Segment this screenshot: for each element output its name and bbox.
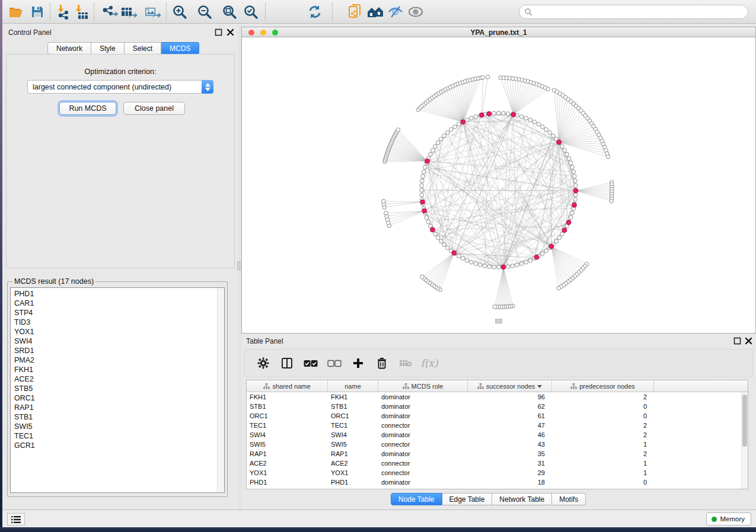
tab-motifs[interactable]: Motifs <box>552 493 586 505</box>
close-table-panel-icon[interactable] <box>745 336 752 344</box>
close-panel-icon[interactable] <box>227 28 234 36</box>
select-all-icon[interactable] <box>303 355 318 371</box>
node-table[interactable]: shared namenameMCDS rolesuccessor nodesp… <box>246 380 748 489</box>
refresh-icon[interactable] <box>306 4 324 20</box>
mcds-result-item[interactable]: CAR1 <box>11 299 217 308</box>
save-session-icon[interactable] <box>28 4 46 20</box>
add-column-icon[interactable] <box>350 355 366 371</box>
home-networks-icon[interactable] <box>366 4 384 20</box>
column-header-shared-name[interactable]: shared name <box>247 380 328 392</box>
network-window-titlebar[interactable]: YPA_prune.txt_1 <box>242 27 755 37</box>
hide-details-icon[interactable] <box>387 4 404 20</box>
import-table-icon[interactable] <box>72 4 90 20</box>
zoom-out-icon[interactable] <box>196 4 213 20</box>
table-row[interactable]: RAP1RAP1dominator352 <box>247 449 748 459</box>
show-eye-icon[interactable] <box>407 4 425 20</box>
share-session-icon[interactable] <box>346 4 364 20</box>
tab-network[interactable]: Network <box>47 42 91 55</box>
table-row[interactable]: STB1STB1dominator620 <box>247 402 748 411</box>
tab-edge-table[interactable]: Edge Table <box>442 493 493 505</box>
search-field[interactable] <box>519 5 748 19</box>
table-cell: 47 <box>468 421 552 430</box>
export-network-icon[interactable] <box>101 4 119 20</box>
table-row[interactable]: PHD1PHD1dominator180 <box>247 477 748 487</box>
column-header-predecessor-nodes[interactable]: predecessor nodes <box>552 380 654 392</box>
mcds-result-list[interactable]: PHD1CAR1STP4TID3YOX1SWI4SRD1PMA2FKH1ACE2… <box>10 287 225 493</box>
mcds-result-item[interactable]: STB1 <box>11 412 217 422</box>
control-panel: Control Panel NetworkStyleSelectMCDS Opt… <box>2 24 238 509</box>
mcds-result-item[interactable]: ORC1 <box>11 393 217 403</box>
optimization-criterion-select[interactable]: largest connected component (undirected) <box>27 80 213 94</box>
table-cell: 96 <box>468 392 552 402</box>
mcds-result-item[interactable]: FKH1 <box>11 365 217 374</box>
mcds-result-item[interactable]: GCR1 <box>11 441 217 450</box>
table-cell: 0 <box>552 477 654 487</box>
search-input[interactable] <box>532 8 748 16</box>
column-header-name[interactable]: name <box>328 380 378 392</box>
table-row[interactable]: SWI4SWI4dominator462 <box>247 430 748 440</box>
task-history-button[interactable] <box>7 513 25 525</box>
mcds-result-item[interactable]: STB5 <box>11 384 217 393</box>
mcds-result-title: MCDS result (17 nodes) <box>12 277 95 286</box>
float-table-panel-icon[interactable] <box>733 336 741 344</box>
tab-mcds[interactable]: MCDS <box>161 42 199 55</box>
network-window-title: YPA_prune.txt_1 <box>242 28 755 37</box>
network-graph[interactable] <box>242 37 755 333</box>
zoom-selected-icon[interactable] <box>242 4 260 20</box>
tab-network-table[interactable]: Network Table <box>492 493 552 505</box>
table-cell: SWI4 <box>328 430 378 440</box>
table-cell: dominator <box>378 411 468 421</box>
table-scrollbar[interactable] <box>741 392 748 489</box>
deselect-all-icon[interactable] <box>327 355 342 371</box>
zoom-fit-icon[interactable] <box>221 4 238 20</box>
zoom-in-icon[interactable] <box>171 4 189 20</box>
table-cell: YOX1 <box>247 468 328 477</box>
mcds-result-item[interactable]: RAP1 <box>11 403 217 412</box>
gear-icon[interactable] <box>256 355 271 371</box>
memory-button[interactable]: Memory <box>706 512 751 525</box>
result-list-scrollbar[interactable] <box>217 288 224 492</box>
close-panel-button[interactable]: Close panel <box>123 102 185 115</box>
mcds-result-item[interactable]: SWI4 <box>11 336 217 346</box>
table-cell: PHD1 <box>247 477 328 487</box>
network-canvas[interactable] <box>242 37 755 333</box>
open-file-icon[interactable] <box>7 4 25 20</box>
export-table-icon[interactable] <box>120 4 138 20</box>
tab-node-table[interactable]: Node Table <box>391 493 442 505</box>
table-row[interactable]: SWI5SWI5connector431 <box>247 440 748 449</box>
mcds-result-item[interactable]: YOX1 <box>11 327 217 336</box>
table-cell: ACE2 <box>328 459 378 468</box>
table-row[interactable]: TEC1TEC1connector472 <box>247 421 748 430</box>
delete-column-icon[interactable] <box>374 355 390 371</box>
table-row[interactable]: FKH1FKH1dominator962 <box>247 392 748 402</box>
run-mcds-button[interactable]: Run MCDS <box>59 102 116 115</box>
mcds-result-item[interactable]: PHD1 <box>11 289 217 299</box>
mcds-result-item[interactable]: SWI5 <box>11 422 217 431</box>
table-cell: dominator <box>378 477 468 487</box>
mcds-result-item[interactable]: TEC1 <box>11 431 217 441</box>
columns-icon[interactable] <box>279 355 295 371</box>
memory-status-icon <box>712 517 717 522</box>
table-scrollbar-thumb[interactable] <box>742 395 747 447</box>
table-tabs: Node TableEdge TableNetwork TableMotifs <box>391 493 586 505</box>
mcds-result-item[interactable]: STP4 <box>11 308 217 318</box>
status-bar: Memory <box>2 509 756 527</box>
mcds-result-item[interactable]: PMA2 <box>11 355 217 365</box>
export-image-icon[interactable] <box>143 4 161 20</box>
tab-style[interactable]: Style <box>91 42 125 55</box>
function-builder-icon[interactable]: f(x) <box>422 355 437 371</box>
table-cell: SWI5 <box>247 440 328 449</box>
column-header-successor-nodes[interactable]: successor nodes <box>468 380 552 392</box>
import-network-icon[interactable] <box>55 4 72 20</box>
column-header-MCDS-role[interactable]: MCDS role <box>378 380 468 392</box>
mcds-result-item[interactable]: SRD1 <box>11 346 217 355</box>
table-row[interactable]: YOX1YOX1connector291 <box>247 468 748 477</box>
float-panel-icon[interactable] <box>215 28 222 36</box>
tab-select[interactable]: Select <box>125 42 161 55</box>
mcds-result-item[interactable]: ACE2 <box>11 374 217 384</box>
delete-table-icon[interactable] <box>398 355 413 371</box>
horizontal-splitter-grip[interactable] <box>495 319 502 323</box>
mcds-result-item[interactable]: TID3 <box>11 318 217 327</box>
table-row[interactable]: ORC1ORC1dominator610 <box>247 411 748 421</box>
table-row[interactable]: ACE2ACE2connector311 <box>247 459 748 468</box>
